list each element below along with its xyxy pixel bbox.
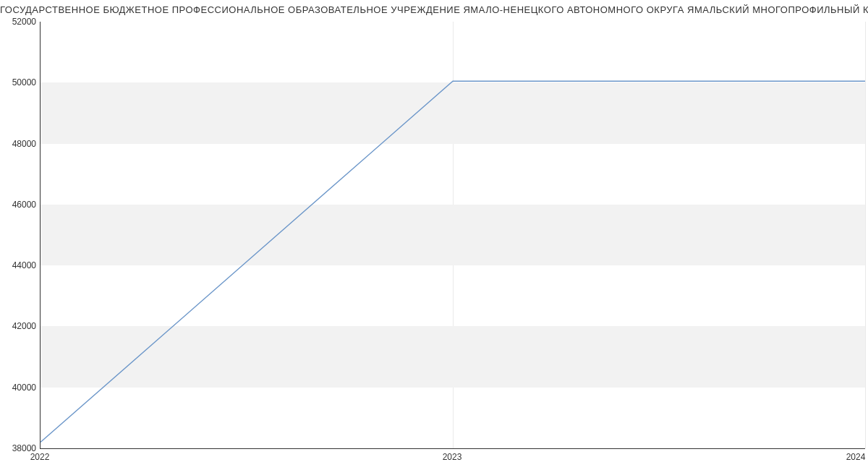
chart-title: ГОСУДАРСТВЕННОЕ БЮДЖЕТНОЕ ПРОФЕССИОНАЛЬН… [0, 4, 868, 15]
y-tick-label: 42000 [0, 321, 36, 331]
x-tick-label: 2022 [30, 452, 50, 462]
y-tick-label: 48000 [0, 139, 36, 149]
y-tick-label: 50000 [0, 77, 36, 87]
line-series [41, 81, 865, 442]
y-tick-label: 52000 [0, 17, 36, 27]
x-gridline [865, 22, 866, 448]
y-tick-label: 40000 [0, 383, 36, 393]
x-tick-label: 2024 [846, 452, 866, 462]
y-tick-label: 46000 [0, 200, 36, 210]
plot-area [40, 22, 865, 449]
y-tick-label: 44000 [0, 260, 36, 270]
chart-series-svg [41, 22, 865, 448]
x-tick-label: 2023 [443, 452, 462, 462]
